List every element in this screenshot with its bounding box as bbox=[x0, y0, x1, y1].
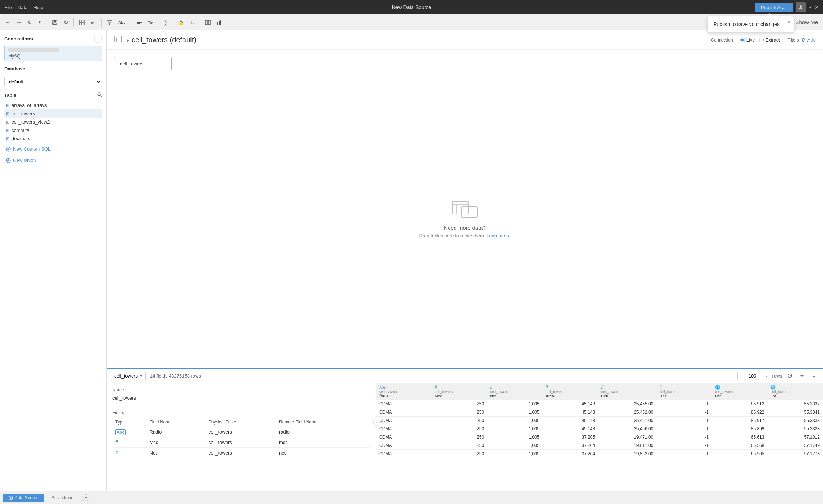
text-size-button[interactable]: T↕ bbox=[188, 19, 196, 26]
dropdown-arrow[interactable]: ▼ bbox=[809, 5, 812, 9]
table-item-cell-towers[interactable]: ⊞ cell_towers bbox=[4, 109, 102, 118]
fields-info: 14 fields 43276158 rows bbox=[150, 373, 201, 379]
table-item-cell-towers-view2[interactable]: ⊞ cell_towers_view2 bbox=[4, 118, 102, 126]
svg-rect-2 bbox=[54, 20, 56, 22]
rows-input[interactable] bbox=[737, 372, 759, 380]
new-custom-sql-action[interactable]: New Custom SQL bbox=[4, 144, 102, 154]
arrow-icon: → bbox=[763, 373, 768, 379]
menu-data[interactable]: Data bbox=[18, 5, 27, 10]
database-select[interactable]: default bbox=[4, 77, 102, 87]
name-value: cell_towers bbox=[112, 394, 370, 402]
data-table-select[interactable]: cell_towers bbox=[111, 372, 146, 380]
table-row: CDMA2501,00545,14825,456.00-185.89955.33… bbox=[376, 425, 823, 433]
connection-item[interactable]: MySQL bbox=[4, 46, 102, 61]
separator-4 bbox=[131, 18, 131, 27]
filter-button[interactable] bbox=[104, 18, 115, 27]
field-name-mcc: Mcc bbox=[147, 437, 206, 448]
svg-rect-13 bbox=[137, 22, 142, 23]
data-panel-toolbar: cell_towers 14 fields 43276158 rows → ro… bbox=[107, 369, 823, 383]
col-field-name: Field Name bbox=[147, 417, 206, 427]
toolbar: ← → ↻ ▼ ↻ Abc ∑ T↕ Show Me bbox=[0, 14, 823, 30]
physical-table-radio: cell_towers bbox=[206, 427, 276, 437]
data-grid: Abc cell_towers Radio # cell_towers Mcc bbox=[376, 383, 823, 458]
publish-as-button[interactable]: Publish As... bbox=[755, 3, 793, 12]
columns-button[interactable] bbox=[203, 18, 213, 27]
svg-line-26 bbox=[100, 96, 102, 97]
svg-rect-20 bbox=[205, 20, 207, 25]
svg-point-25 bbox=[98, 93, 100, 96]
type-abc-icon: Abc bbox=[115, 429, 126, 435]
add-connection-button[interactable]: + bbox=[94, 35, 102, 43]
learn-more-link[interactable]: Learn more bbox=[486, 233, 510, 238]
grid-view-button[interactable] bbox=[77, 18, 87, 27]
add-tab-button[interactable]: + bbox=[82, 494, 89, 501]
publish-tooltip: Publish to save your changes × bbox=[707, 16, 794, 33]
grid-col-radio: Abc cell_towers Radio bbox=[376, 383, 432, 400]
tooltip-text: Publish to save your changes bbox=[713, 21, 780, 27]
highlight-button[interactable] bbox=[176, 18, 186, 27]
field-name-net: Net bbox=[147, 448, 206, 458]
show-me-button[interactable]: Show Me bbox=[793, 18, 820, 27]
canvas-title-prefix: ▸ bbox=[127, 37, 129, 43]
svg-rect-7 bbox=[82, 23, 84, 25]
menu-bar: File Data Help bbox=[4, 5, 43, 10]
add-filter-button[interactable]: Add bbox=[807, 37, 816, 43]
svg-rect-33 bbox=[115, 36, 122, 42]
table-search-button[interactable] bbox=[97, 92, 102, 98]
forward-button[interactable]: → bbox=[14, 18, 24, 27]
tab-bar: Data Source Scratchpad + bbox=[0, 491, 823, 504]
new-union-action[interactable]: New Union bbox=[4, 155, 102, 165]
separator-1 bbox=[47, 18, 47, 27]
canvas-body: cell_towers Need more data? bbox=[107, 50, 823, 368]
back-button[interactable]: ← bbox=[3, 18, 13, 27]
sort-asc-button[interactable] bbox=[146, 18, 156, 27]
collapse-panel-button[interactable]: ‹ bbox=[373, 419, 376, 426]
name-label: Name bbox=[112, 387, 370, 392]
table-icon: ⊞ bbox=[6, 136, 9, 141]
chart-button[interactable] bbox=[214, 18, 224, 27]
svg-rect-24 bbox=[220, 20, 221, 25]
abc-button[interactable]: Abc bbox=[116, 19, 128, 26]
table-card[interactable]: cell_towers bbox=[114, 57, 172, 70]
tooltip-close-button[interactable]: × bbox=[788, 19, 791, 26]
svg-rect-22 bbox=[217, 22, 218, 25]
sigma-button[interactable]: ∑ bbox=[162, 18, 170, 27]
remote-field-radio: radio bbox=[276, 427, 370, 437]
grid-col-unit: # cell_towers Unit bbox=[656, 383, 712, 400]
undo-button[interactable]: ↻ bbox=[61, 18, 70, 27]
table-item-arrays-of-arrays[interactable]: ⊞ arrays_of_arrays bbox=[4, 101, 102, 109]
user-avatar bbox=[796, 2, 806, 12]
new-union-label: New Union bbox=[13, 158, 36, 163]
grid-col-lat: 🌐 cell_towers Lat bbox=[767, 383, 823, 400]
empty-state: Need more data? Drag tables here to rela… bbox=[419, 194, 511, 238]
sort-button[interactable] bbox=[88, 18, 98, 27]
left-panel: ‹ Name cell_towers Fields Type Field bbox=[107, 383, 376, 491]
connection-label: Connection bbox=[711, 38, 733, 43]
settings-button[interactable] bbox=[797, 372, 807, 380]
extract-radio[interactable]: Extract bbox=[759, 37, 780, 43]
svg-rect-12 bbox=[137, 21, 142, 21]
save-button[interactable] bbox=[50, 18, 60, 27]
tab-data-source[interactable]: Data Source bbox=[3, 494, 44, 502]
refresh-data-button[interactable] bbox=[785, 372, 794, 380]
toolbar-right: Show Me bbox=[793, 18, 820, 27]
filters-label: Filters bbox=[787, 38, 799, 43]
dropdown-nav[interactable]: ▼ bbox=[36, 19, 44, 26]
format-button[interactable] bbox=[134, 18, 144, 27]
sidebar: Connections + MySQL Database default Tab… bbox=[0, 30, 107, 491]
separator-5 bbox=[159, 18, 159, 27]
tab-scratchpad[interactable]: Scratchpad bbox=[46, 494, 80, 502]
menu-file[interactable]: File bbox=[4, 5, 12, 10]
separator-7 bbox=[200, 18, 200, 27]
filters-count: 0 bbox=[802, 37, 805, 43]
grid-col-net: # cell_towers Net bbox=[487, 383, 543, 400]
close-button[interactable]: × bbox=[815, 4, 819, 11]
expand-button[interactable]: ⌄ bbox=[810, 371, 819, 380]
menu-help[interactable]: Help bbox=[33, 5, 43, 10]
svg-rect-14 bbox=[137, 23, 140, 24]
refresh-button[interactable]: ↻ bbox=[25, 18, 34, 27]
table-row: CDMA2501,00537,20519,471.00-165.61357.10… bbox=[376, 433, 823, 441]
table-item-decimals[interactable]: ⊞ decimals bbox=[4, 134, 102, 143]
table-item-commits[interactable]: ⊞ commits bbox=[4, 126, 102, 134]
live-radio[interactable]: Live bbox=[740, 37, 755, 43]
